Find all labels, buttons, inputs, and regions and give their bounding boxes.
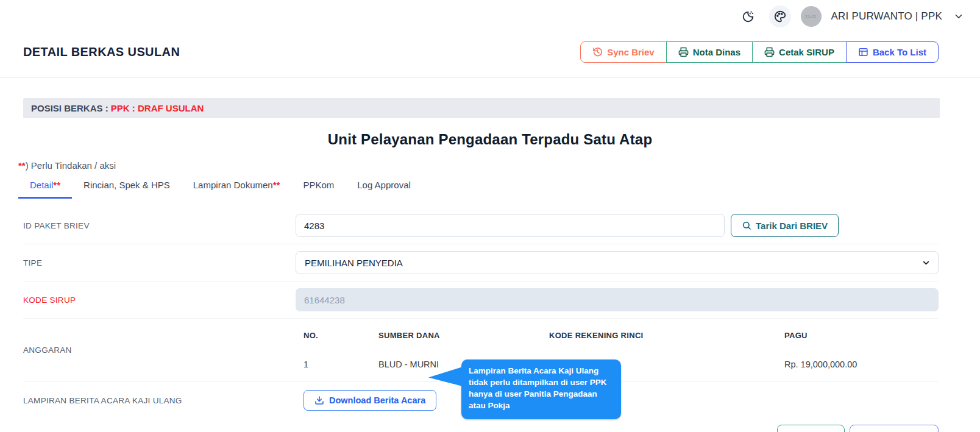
simpan-button[interactable]: Simpan xyxy=(777,425,845,432)
anggaran-header-kode-rekening: KODE REKENING RINCI xyxy=(541,322,776,350)
printer-icon xyxy=(678,47,689,57)
form-row-id-paket: ID PAKET BRIEV Tarik Dari BRIEV xyxy=(23,207,939,244)
chevron-down-icon xyxy=(921,258,931,267)
header-row: DETAIL BERKAS USULAN Sync Briev Nota Din… xyxy=(0,29,980,78)
moon-icon xyxy=(742,10,755,23)
tipe-selected-value: PEMILIHAN PENYEDIA xyxy=(305,258,403,268)
tarik-dari-briev-button[interactable]: Tarik Dari BRIEV xyxy=(731,214,839,237)
avatar[interactable]: 32x32 xyxy=(801,6,822,27)
download-icon xyxy=(314,395,324,405)
download-berita-acara-button[interactable]: Download Berita Acara xyxy=(304,390,436,411)
posisi-berkas-value: PPK : DRAF USULAN xyxy=(111,103,204,113)
table-list-icon xyxy=(858,47,868,57)
history-icon xyxy=(592,47,603,57)
anggaran-header-pagu: PAGU xyxy=(776,322,939,350)
anggaran-header-sumber-dana: SUMBER DANA xyxy=(371,322,541,350)
dark-mode-toggle[interactable] xyxy=(737,5,759,27)
tab-log-approval[interactable]: Log Approval xyxy=(346,173,422,199)
avatar-placeholder-text: 32x32 xyxy=(805,15,817,18)
posisi-berkas-bar: POSISI BERKAS : PPK : DRAF USULAN xyxy=(23,98,940,118)
form-row-tipe: TIPE PEMILIHAN PENYEDIA xyxy=(23,244,939,282)
header-button-group: Sync Briev Nota Dinas Cetak SIRUP xyxy=(580,41,939,63)
action-note-text: ) Perlu Tindakan / aksi xyxy=(26,160,116,171)
action-note: **) Perlu Tindakan / aksi xyxy=(18,160,980,171)
id-paket-label: ID PAKET BRIEV xyxy=(23,221,296,230)
tab-lampiran-dokumen[interactable]: Lampiran Dokumen** xyxy=(182,173,292,199)
search-icon xyxy=(742,221,751,230)
lampiran-label: LAMPIRAN BERITA ACARA KAJI ULANG xyxy=(23,396,296,405)
theme-picker-button[interactable] xyxy=(769,5,791,27)
anggaran-header-no: NO. xyxy=(296,322,371,350)
anggaran-cell-pagu: Rp. 19,000,000.00 xyxy=(776,350,939,378)
printer-icon xyxy=(764,47,775,57)
page-title: DETAIL BERKAS USULAN xyxy=(23,45,180,59)
back-to-list-button-top[interactable]: Back To List xyxy=(846,41,939,63)
footer-actions: Simpan Back To List xyxy=(0,425,939,432)
anggaran-cell-no: 1 xyxy=(296,350,371,378)
tab-detail[interactable]: Detail** xyxy=(18,173,72,199)
tab-bar: Detail** Rincian, Spek & HPS Lampiran Do… xyxy=(18,173,980,199)
user-menu-chevron[interactable] xyxy=(953,11,964,22)
id-paket-input[interactable] xyxy=(296,214,725,237)
palette-icon xyxy=(773,10,787,23)
anggaran-header-row: NO. SUMBER DANA KODE REKENING RINCI PAGU xyxy=(296,322,939,350)
anggaran-label: ANGGARAN xyxy=(23,345,296,355)
tipe-select[interactable]: PEMILIHAN PENYEDIA xyxy=(296,251,939,274)
action-note-stars: ** xyxy=(18,160,26,171)
kode-sirup-label: KODE SIRUP xyxy=(23,296,296,305)
form-row-kode-sirup: KODE SIRUP xyxy=(23,282,939,319)
annotation-callout: Lampiran Berita Acara Kaji Ulang tidak p… xyxy=(461,359,621,419)
tipe-label: TIPE xyxy=(23,258,296,267)
nota-dinas-button[interactable]: Nota Dinas xyxy=(666,41,753,63)
kode-sirup-input xyxy=(296,288,939,311)
topbar: 32x32 ARI PURWANTO | PPK xyxy=(0,0,980,29)
tab-ppkom[interactable]: PPKom xyxy=(291,173,346,199)
callout-text: Lampiran Berita Acara Kaji Ulang tidak p… xyxy=(469,366,607,410)
sync-briev-button[interactable]: Sync Briev xyxy=(580,41,667,63)
posisi-berkas-label: POSISI BERKAS : xyxy=(31,103,111,113)
user-name: ARI PURWANTO | PPK xyxy=(831,10,942,23)
back-to-list-button-bottom[interactable]: Back To List xyxy=(850,425,939,432)
tab-rincian-spek-hps[interactable]: Rincian, Spek & HPS xyxy=(72,173,182,199)
cetak-sirup-button[interactable]: Cetak SIRUP xyxy=(752,41,847,63)
unit-title: Unit Pelayanan Pengadaan Terpadu Satu At… xyxy=(0,131,980,148)
